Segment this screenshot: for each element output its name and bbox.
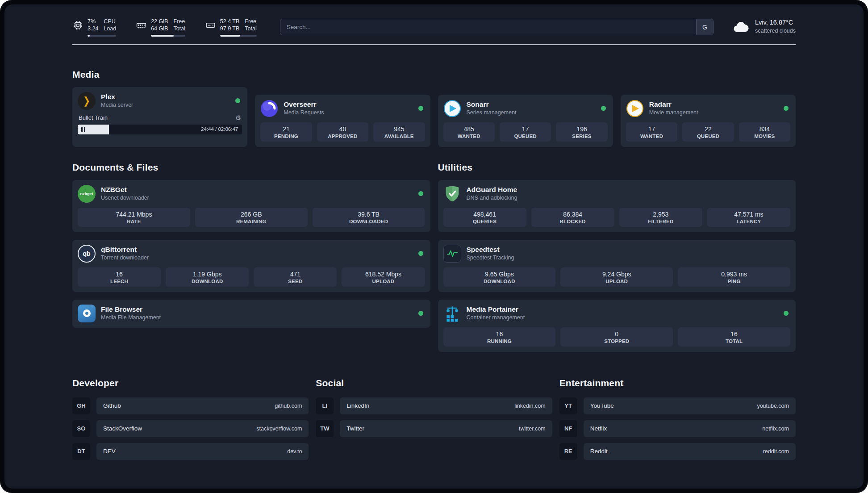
bookmark-row[interactable]: TWTwittertwitter.com (316, 420, 552, 437)
stat-tile: 40APPROVED (317, 122, 368, 142)
bookmark-url: github.com (275, 403, 302, 409)
stat-value: 834 (741, 125, 789, 133)
app-card-plex[interactable]: ❯ Plex Media server Bullet Train ⚙ (72, 87, 247, 147)
app-card-nzbget[interactable]: nzbget NZBGet Usenet downloader 744.21 M… (72, 180, 430, 232)
search-engine-button[interactable]: G (696, 19, 713, 35)
app-name: Plex (101, 92, 133, 101)
sonarr-icon (443, 100, 461, 117)
stat-value: 16 (445, 330, 554, 338)
app-subtitle: Media Requests (284, 109, 324, 116)
stat-tile: 1.19 GbpsDOWNLOAD (166, 267, 249, 287)
bookmark-url: twitter.com (519, 426, 546, 432)
bookmark-link[interactable]: YouTubeyoutube.com (584, 397, 796, 414)
bookmark-row[interactable]: SOStackOverflowstackoverflow.com (72, 420, 309, 437)
stat-label: QUERIES (445, 219, 525, 224)
app-card-radarr[interactable]: Radarr Movie management 17WANTED22QUEUED… (621, 95, 796, 147)
app-name: Speedtest (467, 245, 514, 254)
section-title-media: Media (72, 69, 796, 80)
stat-value: 1.19 Gbps (167, 271, 247, 278)
status-dot (418, 106, 423, 111)
bookmark-link[interactable]: LinkedInlinkedin.com (340, 397, 552, 414)
bookmark-link[interactable]: StackOverflowstackoverflow.com (96, 420, 309, 437)
app-name: AdGuard Home (467, 185, 517, 194)
stat-tile: 21PENDING (260, 122, 312, 142)
stat-label: PENDING (262, 134, 310, 139)
section-title-entertainment: Entertainment (559, 378, 796, 389)
app-card-qbittorrent[interactable]: qb qBittorrent Torrent downloader 16LEEC… (72, 240, 430, 292)
app-card-overseerr[interactable]: Overseerr Media Requests 21PENDING40APPR… (255, 95, 430, 147)
cpu-values: 7%3.24 (88, 18, 98, 33)
bookmark-row[interactable]: DTDEVdev.to (72, 443, 309, 460)
stat-label: REMAINING (197, 219, 306, 224)
stat-tile: 945AVAILABLE (373, 122, 425, 142)
bookmark-row[interactable]: GHGithubgithub.com (72, 397, 309, 414)
top-bar: 7%3.24 CPULoad (72, 18, 796, 37)
stat-value: 266 GB (197, 211, 306, 218)
bookmark-link[interactable]: Githubgithub.com (96, 397, 309, 414)
radarr-icon (626, 100, 644, 117)
app-card-speedtest[interactable]: Speedtest Speedtest Tracking 9.65 GbpsDO… (438, 240, 796, 292)
section-title-developer: Developer (72, 378, 309, 389)
stat-value: 21 (262, 125, 310, 133)
app-name: Radarr (649, 100, 698, 109)
overseerr-icon (260, 100, 278, 117)
bookmark-name: Reddit (590, 448, 608, 455)
bookmark-abbr-badge: NF (559, 420, 577, 437)
disk-values: 52.4 TB97.9 TB (220, 18, 240, 33)
bookmark-row[interactable]: RERedditreddit.com (559, 443, 796, 460)
stat-label: PING (680, 279, 789, 284)
topbar-divider (72, 44, 796, 45)
stat-value: 498,461 (445, 211, 525, 218)
section-title-utilities: Utilities (438, 162, 796, 173)
status-dot (235, 98, 240, 103)
app-subtitle: Media File Management (101, 314, 161, 321)
cloud-icon (732, 20, 750, 33)
bookmark-name: Netflix (590, 425, 607, 432)
stat-tile: 39.6 TBDOWNLOADED (313, 208, 425, 227)
app-card-filebrowser[interactable]: File Browser Media File Management (72, 300, 430, 328)
stat-tile: 196SERIES (556, 122, 607, 142)
status-dot (418, 191, 423, 196)
stat-label: TOTAL (680, 338, 789, 344)
app-name: NZBGet (101, 185, 149, 194)
stat-tile: 16RUNNING (443, 327, 556, 347)
bookmark-link[interactable]: DEVdev.to (96, 443, 309, 460)
bookmark-row[interactable]: YTYouTubeyoutube.com (559, 397, 796, 414)
bookmark-link[interactable]: Twittertwitter.com (340, 420, 552, 437)
app-card-portainer[interactable]: Media Portainer Container management 16R… (438, 300, 796, 352)
settings-gear-icon[interactable]: ⚙ (235, 114, 241, 122)
bookmark-url: youtube.com (757, 403, 789, 409)
stat-value: 9.65 Gbps (445, 271, 554, 278)
bookmark-row[interactable]: LILinkedInlinkedin.com (316, 397, 552, 414)
seek-bar[interactable]: 24:44 / 02:06:47 (78, 125, 242, 134)
stat-value: 16 (680, 330, 789, 338)
adguard-icon (443, 185, 461, 203)
pause-icon[interactable] (81, 127, 85, 132)
stat-label: AVAILABLE (375, 134, 423, 139)
stat-value: 618.52 Mbps (343, 271, 423, 278)
stat-value: 471 (255, 271, 335, 278)
search-input[interactable] (280, 19, 714, 35)
bookmark-link[interactable]: Redditreddit.com (584, 443, 796, 460)
cpu-chip-icon (72, 20, 83, 31)
stat-tile: 744.21 MbpsRATE (78, 208, 190, 227)
bookmark-row[interactable]: NFNetflixnetflix.com (559, 420, 796, 437)
stat-value: 196 (558, 125, 605, 133)
section-entertainment: Entertainment YTYouTubeyoutube.comNFNetf… (559, 378, 796, 460)
app-subtitle: Movie management (649, 109, 698, 116)
bookmark-link[interactable]: Netflixnetflix.com (584, 420, 796, 437)
stat-label: SEED (255, 279, 335, 284)
stat-tile: 47.571 msLATENCY (707, 208, 790, 227)
app-name: Overseerr (284, 100, 324, 109)
app-card-sonarr[interactable]: Sonarr Series management 485WANTED17QUEU… (438, 95, 613, 147)
plex-icon: ❯ (78, 92, 96, 110)
stat-value: 2,953 (621, 211, 701, 218)
app-card-adguard[interactable]: AdGuard Home DNS and adblocking 498,461Q… (438, 180, 796, 232)
section-title-social: Social (316, 378, 552, 389)
ram-monitor: 22 GiB64 GiB FreeTotal (136, 18, 185, 37)
cpu-labels: CPULoad (104, 18, 116, 33)
stat-value: 744.21 Mbps (79, 211, 188, 218)
bookmark-abbr-badge: SO (72, 420, 90, 437)
stat-tile: 0.993 msPING (678, 267, 790, 287)
section-documents: Documents & Files nzbget NZBGet Usenet d… (72, 162, 430, 352)
